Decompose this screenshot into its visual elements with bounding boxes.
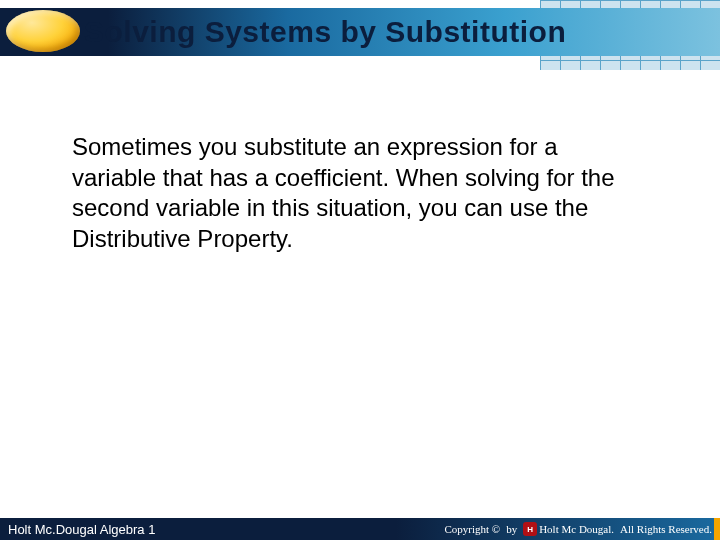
footer-accent-bar <box>714 518 720 540</box>
lesson-oval-icon <box>6 10 80 52</box>
rights-reserved: All Rights Reserved. <box>620 523 712 535</box>
publisher-mark-icon: H <box>523 522 537 536</box>
slide-title: Solving Systems by Substitution <box>84 15 566 49</box>
publisher-name: Holt Mc Dougal. <box>539 523 614 535</box>
publisher-by: by <box>506 523 517 535</box>
body-paragraph: Sometimes you substitute an expression f… <box>72 132 632 255</box>
publisher-logo: H Holt Mc Dougal. <box>523 522 614 536</box>
title-bar: Solving Systems by Substitution <box>0 8 720 56</box>
slide: Solving Systems by Substitution Sometime… <box>0 0 720 540</box>
footer-bar: Holt Mc.Dougal Algebra 1 Copyright © by … <box>0 518 720 540</box>
copyright-label: Copyright © <box>444 523 500 535</box>
footer-textbook-name: Holt Mc.Dougal Algebra 1 <box>8 522 155 537</box>
footer-copyright: Copyright © by H Holt Mc Dougal. All Rig… <box>444 522 712 536</box>
